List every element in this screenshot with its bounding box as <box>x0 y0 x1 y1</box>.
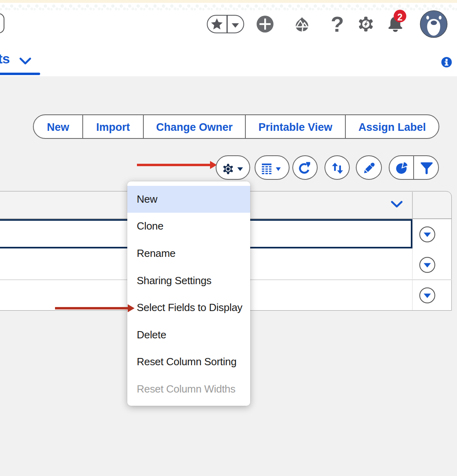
svg-text:2: 2 <box>398 12 403 22</box>
